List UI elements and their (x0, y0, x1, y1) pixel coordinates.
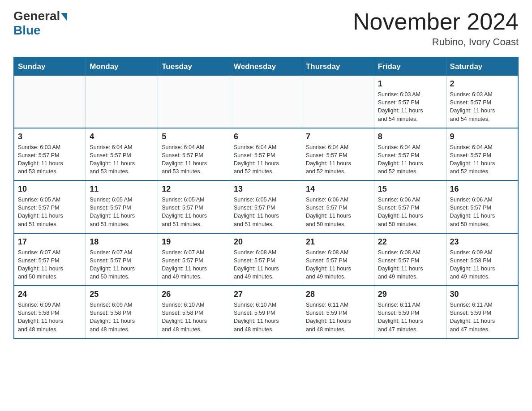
day-sun-info: Sunrise: 6:08 AM Sunset: 5:57 PM Dayligh… (306, 248, 370, 281)
day-sun-info: Sunrise: 6:06 AM Sunset: 5:57 PM Dayligh… (378, 196, 442, 228)
day-sun-info: Sunrise: 6:04 AM Sunset: 5:57 PM Dayligh… (90, 143, 154, 176)
location-subtitle: Rubino, Ivory Coast (353, 36, 519, 48)
logo: General Blue (13, 9, 67, 38)
calendar-cell: 19Sunrise: 6:07 AM Sunset: 5:57 PM Dayli… (158, 233, 230, 286)
day-number: 15 (378, 184, 442, 194)
day-number: 13 (234, 184, 298, 194)
calendar-cell: 7Sunrise: 6:04 AM Sunset: 5:57 PM Daylig… (302, 128, 374, 181)
calendar-cell: 29Sunrise: 6:11 AM Sunset: 5:59 PM Dayli… (374, 286, 446, 338)
calendar-cell: 24Sunrise: 6:09 AM Sunset: 5:58 PM Dayli… (14, 286, 86, 338)
weekday-header-friday: Friday (374, 57, 446, 76)
day-number: 7 (306, 132, 370, 141)
day-sun-info: Sunrise: 6:03 AM Sunset: 5:57 PM Dayligh… (450, 90, 514, 123)
calendar-table: SundayMondayTuesdayWednesdayThursdayFrid… (13, 57, 519, 339)
calendar-cell: 25Sunrise: 6:09 AM Sunset: 5:58 PM Dayli… (86, 286, 158, 338)
day-sun-info: Sunrise: 6:09 AM Sunset: 5:58 PM Dayligh… (90, 301, 154, 334)
day-number: 26 (162, 290, 226, 299)
day-number: 10 (18, 184, 82, 194)
month-year-title: November 2024 (353, 9, 519, 34)
calendar-cell: 18Sunrise: 6:07 AM Sunset: 5:57 PM Dayli… (86, 233, 158, 286)
calendar-cell: 8Sunrise: 6:04 AM Sunset: 5:57 PM Daylig… (374, 128, 446, 181)
calendar-cell (14, 76, 86, 128)
calendar-cell: 3Sunrise: 6:03 AM Sunset: 5:57 PM Daylig… (14, 128, 86, 181)
calendar-cell: 14Sunrise: 6:06 AM Sunset: 5:57 PM Dayli… (302, 180, 374, 233)
calendar-week-row: 17Sunrise: 6:07 AM Sunset: 5:57 PM Dayli… (14, 233, 518, 286)
calendar-week-row: 3Sunrise: 6:03 AM Sunset: 5:57 PM Daylig… (14, 128, 518, 181)
weekday-header-saturday: Saturday (446, 57, 518, 76)
day-number: 16 (450, 184, 514, 194)
day-number: 23 (450, 237, 514, 247)
calendar-cell: 20Sunrise: 6:08 AM Sunset: 5:57 PM Dayli… (230, 233, 302, 286)
day-sun-info: Sunrise: 6:04 AM Sunset: 5:57 PM Dayligh… (234, 143, 298, 176)
day-number: 17 (18, 237, 82, 247)
day-sun-info: Sunrise: 6:09 AM Sunset: 5:58 PM Dayligh… (18, 301, 82, 334)
logo-general-text: General (13, 9, 60, 23)
day-sun-info: Sunrise: 6:06 AM Sunset: 5:57 PM Dayligh… (450, 196, 514, 228)
weekday-header-monday: Monday (86, 57, 158, 76)
weekday-header-wednesday: Wednesday (230, 57, 302, 76)
day-sun-info: Sunrise: 6:09 AM Sunset: 5:58 PM Dayligh… (450, 248, 514, 281)
title-block: November 2024 Rubino, Ivory Coast (353, 9, 519, 48)
calendar-cell: 13Sunrise: 6:05 AM Sunset: 5:57 PM Dayli… (230, 180, 302, 233)
day-number: 12 (162, 184, 226, 194)
day-number: 25 (90, 290, 154, 299)
day-sun-info: Sunrise: 6:11 AM Sunset: 5:59 PM Dayligh… (450, 301, 514, 334)
calendar-cell: 26Sunrise: 6:10 AM Sunset: 5:58 PM Dayli… (158, 286, 230, 338)
day-sun-info: Sunrise: 6:04 AM Sunset: 5:57 PM Dayligh… (378, 143, 442, 176)
day-sun-info: Sunrise: 6:11 AM Sunset: 5:59 PM Dayligh… (306, 301, 370, 334)
day-sun-info: Sunrise: 6:04 AM Sunset: 5:57 PM Dayligh… (450, 143, 514, 176)
day-number: 14 (306, 184, 370, 194)
calendar-cell: 27Sunrise: 6:10 AM Sunset: 5:59 PM Dayli… (230, 286, 302, 338)
weekday-header-thursday: Thursday (302, 57, 374, 76)
day-number: 19 (162, 237, 226, 247)
calendar-cell: 9Sunrise: 6:04 AM Sunset: 5:57 PM Daylig… (446, 128, 518, 181)
day-number: 20 (234, 237, 298, 247)
day-number: 6 (234, 132, 298, 141)
calendar-cell (230, 76, 302, 128)
day-sun-info: Sunrise: 6:08 AM Sunset: 5:57 PM Dayligh… (378, 248, 442, 281)
day-number: 11 (90, 184, 154, 194)
day-sun-info: Sunrise: 6:07 AM Sunset: 5:57 PM Dayligh… (18, 248, 82, 281)
calendar-cell: 1Sunrise: 6:03 AM Sunset: 5:57 PM Daylig… (374, 76, 446, 128)
calendar-cell (86, 76, 158, 128)
day-number: 30 (450, 290, 514, 299)
day-number: 18 (90, 237, 154, 247)
day-sun-info: Sunrise: 6:05 AM Sunset: 5:57 PM Dayligh… (162, 196, 226, 228)
calendar-cell: 15Sunrise: 6:06 AM Sunset: 5:57 PM Dayli… (374, 180, 446, 233)
calendar-cell: 28Sunrise: 6:11 AM Sunset: 5:59 PM Dayli… (302, 286, 374, 338)
day-number: 2 (450, 79, 514, 89)
logo-arrow-icon (61, 13, 67, 21)
day-number: 29 (378, 290, 442, 299)
calendar-cell: 16Sunrise: 6:06 AM Sunset: 5:57 PM Dayli… (446, 180, 518, 233)
day-number: 21 (306, 237, 370, 247)
day-sun-info: Sunrise: 6:07 AM Sunset: 5:57 PM Dayligh… (162, 248, 226, 281)
day-sun-info: Sunrise: 6:05 AM Sunset: 5:57 PM Dayligh… (234, 196, 298, 228)
day-sun-info: Sunrise: 6:06 AM Sunset: 5:57 PM Dayligh… (306, 196, 370, 228)
day-number: 24 (18, 290, 82, 299)
day-sun-info: Sunrise: 6:03 AM Sunset: 5:57 PM Dayligh… (378, 90, 442, 123)
day-sun-info: Sunrise: 6:03 AM Sunset: 5:57 PM Dayligh… (18, 143, 82, 176)
calendar-cell: 17Sunrise: 6:07 AM Sunset: 5:57 PM Dayli… (14, 233, 86, 286)
day-number: 5 (162, 132, 226, 141)
day-sun-info: Sunrise: 6:07 AM Sunset: 5:57 PM Dayligh… (90, 248, 154, 281)
day-number: 28 (306, 290, 370, 299)
calendar-cell: 6Sunrise: 6:04 AM Sunset: 5:57 PM Daylig… (230, 128, 302, 181)
page-header: General Blue November 2024 Rubino, Ivory… (13, 9, 519, 48)
calendar-cell (158, 76, 230, 128)
day-sun-info: Sunrise: 6:05 AM Sunset: 5:57 PM Dayligh… (18, 196, 82, 228)
calendar-cell: 11Sunrise: 6:05 AM Sunset: 5:57 PM Dayli… (86, 180, 158, 233)
day-number: 27 (234, 290, 298, 299)
day-sun-info: Sunrise: 6:08 AM Sunset: 5:57 PM Dayligh… (234, 248, 298, 281)
day-number: 3 (18, 132, 82, 141)
weekday-header-sunday: Sunday (14, 57, 86, 76)
calendar-cell: 12Sunrise: 6:05 AM Sunset: 5:57 PM Dayli… (158, 180, 230, 233)
logo-blue-text: Blue (13, 23, 41, 38)
calendar-cell: 4Sunrise: 6:04 AM Sunset: 5:57 PM Daylig… (86, 128, 158, 181)
day-sun-info: Sunrise: 6:10 AM Sunset: 5:58 PM Dayligh… (162, 301, 226, 334)
day-number: 4 (90, 132, 154, 141)
weekday-header-row: SundayMondayTuesdayWednesdayThursdayFrid… (14, 57, 518, 76)
calendar-week-row: 24Sunrise: 6:09 AM Sunset: 5:58 PM Dayli… (14, 286, 518, 338)
calendar-cell (302, 76, 374, 128)
day-sun-info: Sunrise: 6:05 AM Sunset: 5:57 PM Dayligh… (90, 196, 154, 228)
calendar-cell: 23Sunrise: 6:09 AM Sunset: 5:58 PM Dayli… (446, 233, 518, 286)
